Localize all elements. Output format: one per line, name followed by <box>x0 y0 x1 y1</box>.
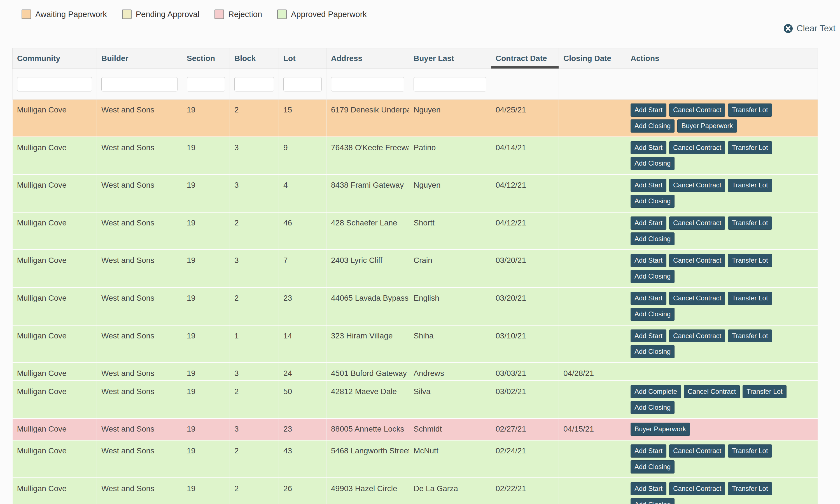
filter-input-builder[interactable] <box>101 77 177 91</box>
cell-block: 2 <box>230 478 279 504</box>
add-closing-button[interactable]: Add Closing <box>631 157 674 170</box>
transfer-lot-button[interactable]: Transfer Lot <box>728 179 772 192</box>
cell-actions: Add StartCancel ContractTransfer LotAdd … <box>626 100 818 137</box>
filter-input-community[interactable] <box>17 77 92 91</box>
cancel-contract-button[interactable]: Cancel Contract <box>684 385 740 398</box>
cell-buyer-last: Andrews <box>409 363 491 381</box>
legend-item-rejection: Rejection <box>215 10 262 19</box>
column-header-section[interactable]: Section <box>182 48 230 69</box>
column-header-builder[interactable]: Builder <box>97 48 182 69</box>
header-row: CommunityBuilderSectionBlockLotAddressBu… <box>13 48 818 69</box>
add-closing-button[interactable]: Add Closing <box>631 120 674 132</box>
transfer-lot-button[interactable]: Transfer Lot <box>728 482 772 495</box>
filter-cell-section <box>182 69 230 100</box>
cell-builder: West and Sons <box>97 287 182 325</box>
legend-item-approved-paperwork: Approved Paperwork <box>277 10 367 19</box>
cell-builder: West and Sons <box>97 250 182 288</box>
cell-block: 2 <box>230 440 279 478</box>
cell-contract-date: 04/12/21 <box>491 212 559 250</box>
table-row: Mulligan CoveWest and Sons19246428 Schae… <box>13 212 818 250</box>
add-closing-button[interactable]: Add Closing <box>631 270 674 283</box>
add-start-button[interactable]: Add Start <box>631 179 666 192</box>
add-complete-button[interactable]: Add Complete <box>631 385 681 398</box>
transfer-lot-button[interactable]: Transfer Lot <box>728 104 772 116</box>
cell-block: 3 <box>230 250 279 288</box>
filter-input-address[interactable] <box>331 77 404 91</box>
add-closing-button[interactable]: Add Closing <box>631 345 674 358</box>
cell-address: 42812 Maeve Dale <box>326 381 409 418</box>
cell-address: 2403 Lyric Cliff <box>326 250 409 288</box>
filter-row <box>13 69 818 100</box>
pending-approval-swatch <box>122 10 132 19</box>
column-header-closing-date[interactable]: Closing Date <box>559 48 626 69</box>
column-header-contract-date[interactable]: Contract Date <box>491 48 559 69</box>
buyer-paperwork-button[interactable]: Buyer Paperwork <box>631 422 690 436</box>
add-closing-button[interactable]: Add Closing <box>631 461 674 473</box>
cell-block: 2 <box>230 381 279 418</box>
column-header-lot[interactable]: Lot <box>279 48 326 69</box>
transfer-lot-button[interactable]: Transfer Lot <box>728 445 772 457</box>
filter-input-lot[interactable] <box>284 77 322 91</box>
add-closing-button[interactable]: Add Closing <box>631 498 674 504</box>
cancel-contract-button[interactable]: Cancel Contract <box>669 104 725 116</box>
table-row: Mulligan CoveWest and Sons192156179 Dene… <box>13 100 818 137</box>
add-start-button[interactable]: Add Start <box>631 141 666 155</box>
clear-text-button[interactable]: Clear Text <box>784 23 836 34</box>
column-header-buyer-last[interactable]: Buyer Last <box>409 48 491 69</box>
table-row: Mulligan CoveWest and Sons19372403 Lyric… <box>13 250 818 288</box>
cell-buyer-last: Schmidt <box>409 418 491 440</box>
column-header-address[interactable]: Address <box>326 48 409 69</box>
add-start-button[interactable]: Add Start <box>631 292 666 305</box>
cell-closing-date: 04/28/21 <box>559 363 626 381</box>
cancel-contract-button[interactable]: Cancel Contract <box>669 141 725 155</box>
cancel-contract-button[interactable]: Cancel Contract <box>669 482 725 495</box>
column-header-actions[interactable]: Actions <box>626 48 818 69</box>
transfer-lot-button[interactable]: Transfer Lot <box>728 292 772 305</box>
cell-buyer-last: Crain <box>409 250 491 288</box>
table-row: Mulligan CoveWest and Sons193244501 Bufo… <box>13 363 818 381</box>
cancel-contract-button[interactable]: Cancel Contract <box>669 445 725 457</box>
add-start-button[interactable]: Add Start <box>631 254 666 267</box>
cancel-contract-button[interactable]: Cancel Contract <box>669 216 725 230</box>
cell-contract-date: 04/14/21 <box>491 137 559 175</box>
add-start-button[interactable]: Add Start <box>631 216 666 230</box>
column-header-community[interactable]: Community <box>13 48 97 69</box>
cell-block: 2 <box>230 100 279 137</box>
cell-contract-date: 02/22/21 <box>491 478 559 504</box>
cell-buyer-last: Shiha <box>409 325 491 363</box>
add-start-button[interactable]: Add Start <box>631 482 666 495</box>
cancel-contract-button[interactable]: Cancel Contract <box>669 254 725 267</box>
add-start-button[interactable]: Add Start <box>631 445 666 457</box>
filter-cell-closing-date <box>559 69 626 100</box>
add-start-button[interactable]: Add Start <box>631 329 666 343</box>
column-header-block[interactable]: Block <box>230 48 279 69</box>
transfer-lot-button[interactable]: Transfer Lot <box>728 141 772 155</box>
add-closing-button[interactable]: Add Closing <box>631 401 674 414</box>
transfer-lot-button[interactable]: Transfer Lot <box>728 254 772 267</box>
cell-builder: West and Sons <box>97 381 182 418</box>
add-closing-button[interactable]: Add Closing <box>631 195 674 208</box>
filter-cell-lot <box>279 69 326 100</box>
cancel-contract-button[interactable]: Cancel Contract <box>669 292 725 305</box>
transfer-lot-button[interactable]: Transfer Lot <box>728 216 772 230</box>
transfer-lot-button[interactable]: Transfer Lot <box>742 385 787 398</box>
buyer-paperwork-button[interactable]: Buyer Paperwork <box>677 120 737 132</box>
cell-closing-date <box>559 175 626 212</box>
cell-actions: Add StartCancel ContractTransfer LotAdd … <box>626 325 818 363</box>
legend-item-awaiting-paperwork: Awaiting Paperwork <box>21 10 107 19</box>
filter-input-block[interactable] <box>234 77 274 91</box>
cancel-contract-button[interactable]: Cancel Contract <box>669 329 725 343</box>
filter-input-section[interactable] <box>187 77 225 91</box>
cell-address: 428 Schaefer Lane <box>326 212 409 250</box>
cell-closing-date: 04/15/21 <box>559 418 626 440</box>
table-row: Mulligan CoveWest and Sons19348438 Frami… <box>13 175 818 212</box>
add-start-button[interactable]: Add Start <box>631 104 666 116</box>
filter-input-buyer-last[interactable] <box>414 77 486 91</box>
add-closing-button[interactable]: Add Closing <box>631 308 674 321</box>
cell-lot: 23 <box>279 418 326 440</box>
cell-community: Mulligan Cove <box>13 137 97 175</box>
cell-buyer-last: Nguyen <box>409 100 491 137</box>
add-closing-button[interactable]: Add Closing <box>631 232 674 246</box>
transfer-lot-button[interactable]: Transfer Lot <box>728 329 772 343</box>
cancel-contract-button[interactable]: Cancel Contract <box>669 179 725 192</box>
